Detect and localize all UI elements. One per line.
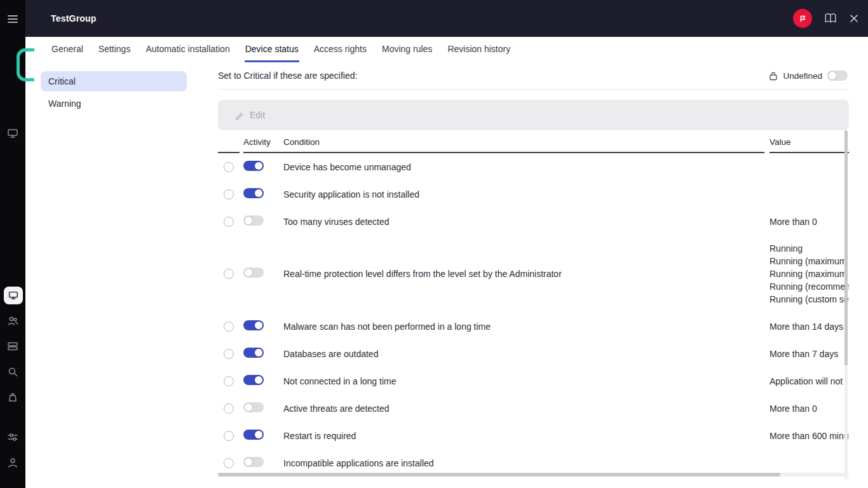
vertical-scrollbar-thumb[interactable] [844, 130, 848, 365]
value-text: More than 0 [770, 217, 849, 227]
devices-active-item[interactable] [4, 287, 23, 304]
activity-toggle[interactable] [243, 457, 264, 467]
row-select-radio[interactable] [224, 431, 234, 441]
value-text: Application will not [770, 376, 849, 386]
condition-text: Real-time protection level differs from … [283, 269, 764, 279]
undefined-label: Undefined [783, 71, 822, 81]
toggle-knob [245, 217, 252, 224]
toggle-knob [245, 403, 252, 411]
severity-nav: CriticalWarning [41, 71, 187, 116]
product-logo-badge [793, 9, 812, 28]
activity-toggle[interactable] [243, 268, 264, 278]
tab-revision-history[interactable]: Revision history [447, 37, 511, 62]
row-select-radio[interactable] [224, 162, 234, 172]
server-icon[interactable] [6, 340, 19, 353]
close-icon[interactable] [849, 13, 859, 24]
activity-toggle[interactable] [243, 161, 264, 171]
toggle-knob [829, 72, 836, 79]
activity-column-header: Activity [243, 137, 283, 153]
row-select-radio[interactable] [224, 322, 234, 332]
criteria-header-row: Set to Critical if these are specified: … [218, 62, 849, 90]
tab-automatic-installation[interactable]: Automatic installation [145, 37, 230, 62]
tab-device-status[interactable]: Device status [245, 37, 299, 62]
toggle-knob [255, 431, 262, 438]
condition-column-header: Condition [283, 137, 764, 153]
condition-text: Security application is not installed [283, 189, 764, 200]
activity-toggle[interactable] [243, 215, 264, 226]
tab-access-rights[interactable]: Access rights [313, 37, 367, 62]
tab-settings[interactable]: Settings [98, 37, 132, 62]
table-row: Databases are outdatedMore than 7 days [218, 340, 849, 367]
activity-toggle[interactable] [243, 188, 264, 198]
table-header-row: Activity Condition Value [218, 130, 849, 153]
row-select-radio[interactable] [224, 349, 234, 359]
row-select-radio[interactable] [224, 269, 234, 279]
settings-sliders-icon[interactable] [6, 431, 19, 444]
value-text: More than 14 days [770, 322, 849, 332]
value-line: Running (maximum speed) [770, 268, 849, 280]
toggle-knob [255, 189, 262, 197]
severity-item-warning[interactable]: Warning [41, 93, 187, 114]
row-select-radio[interactable] [224, 403, 234, 414]
brand-logo-partial [17, 48, 34, 83]
row-select-radio[interactable] [224, 217, 234, 227]
device-status-table: Activity Condition Value Device has beco… [218, 130, 849, 477]
toggle-knob [255, 322, 262, 329]
condition-text: Malware scan has not been performed in a… [283, 322, 764, 332]
table-row: Active threats are detectedMore than 0 [218, 395, 849, 422]
condition-text: Databases are outdated [283, 349, 764, 359]
criteria-heading: Set to Critical if these are specified: [218, 71, 357, 81]
help-book-icon[interactable] [824, 13, 837, 24]
table-row: Malware scan has not been performed in a… [218, 313, 849, 340]
lock-icon [769, 71, 778, 81]
window-title: TestGroup [51, 13, 97, 24]
hamburger-menu-icon[interactable] [6, 13, 19, 25]
activity-toggle[interactable] [243, 375, 264, 385]
tab-bar: GeneralSettingsAutomatic installationDev… [25, 37, 868, 62]
undefined-toggle[interactable] [827, 71, 848, 81]
value-line: Running (maximum protection) [770, 255, 849, 268]
users-icon[interactable] [6, 315, 19, 327]
activity-toggle[interactable] [243, 320, 264, 330]
row-select-radio[interactable] [224, 458, 234, 468]
value-text: More than 600 minutes [770, 431, 849, 441]
condition-text: Incompatible applications are installed [283, 458, 764, 468]
value-line: Running (custom settings) [770, 293, 849, 306]
account-user-icon[interactable] [6, 456, 19, 469]
edit-button-label: Edit [250, 110, 265, 120]
app-window: TestGroup GeneralSettingsAutomatic insta… [0, 0, 868, 488]
value-line: Running (recommended) [770, 280, 849, 293]
condition-text: Too many viruses detected [283, 217, 764, 227]
toggle-knob [255, 376, 262, 384]
tab-general[interactable]: General [51, 37, 84, 62]
horizontal-scrollbar[interactable] [218, 473, 849, 477]
value-text: RunningRunning (maximum protection)Runni… [770, 242, 849, 306]
value-text: More than 0 [770, 403, 849, 414]
activity-toggle[interactable] [243, 402, 264, 412]
condition-text: Active threats are detected [283, 403, 764, 414]
activity-toggle[interactable] [243, 348, 264, 358]
table-row: Restart is requiredMore than 600 minutes [218, 422, 849, 449]
table-row: Too many viruses detectedMore than 0 [218, 208, 849, 235]
vertical-scrollbar[interactable] [844, 130, 848, 480]
device-status-table-body: Device has become unmanagedSecurity appl… [218, 153, 849, 477]
toggle-knob [255, 162, 262, 170]
row-select-radio[interactable] [224, 189, 234, 200]
table-row: Real-time protection level differs from … [218, 235, 849, 313]
edit-button[interactable]: Edit [218, 100, 849, 130]
condition-text: Device has become unmanaged [283, 162, 764, 172]
toggle-knob [255, 349, 262, 356]
monitoring-icon[interactable] [6, 127, 19, 140]
table-row: Not connected in a long timeApplication … [218, 367, 849, 395]
pencil-icon [234, 111, 244, 120]
table-row: Device has become unmanaged [218, 153, 849, 180]
tab-moving-rules[interactable]: Moving rules [381, 37, 433, 62]
window-header: TestGroup [25, 0, 868, 37]
horizontal-scrollbar-thumb[interactable] [218, 473, 780, 477]
activity-toggle[interactable] [243, 430, 264, 440]
marketplace-bag-icon[interactable] [6, 391, 19, 403]
row-select-radio[interactable] [224, 376, 234, 386]
search-icon[interactable] [6, 365, 19, 378]
table-row: Security application is not installed [218, 180, 849, 208]
severity-item-critical[interactable]: Critical [41, 71, 187, 92]
